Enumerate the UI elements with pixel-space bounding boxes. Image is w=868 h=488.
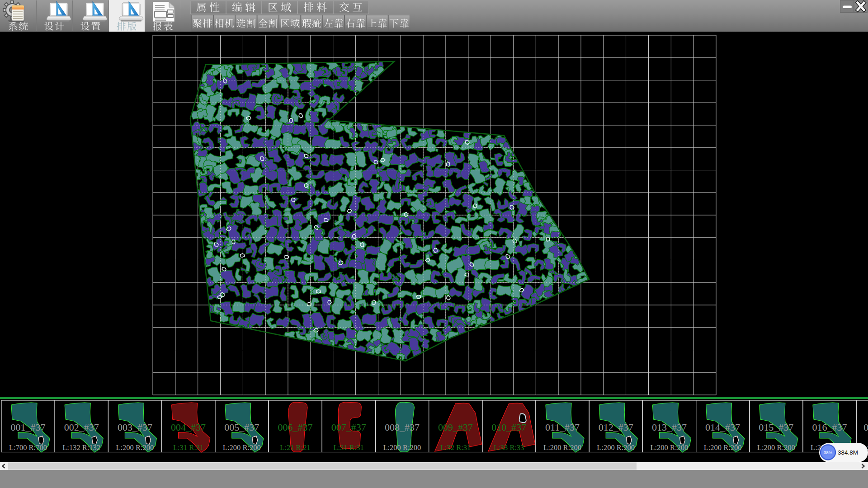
svg-text:006_#37: 006_#37 — [278, 422, 313, 433]
svg-text:L:31 R:31: L:31 R:31 — [334, 443, 364, 452]
svg-text:001_#37: 001_#37 — [11, 422, 46, 433]
svg-text:L:132 R:132: L:132 R:132 — [62, 443, 100, 452]
svg-text:L:21 R:21: L:21 R:21 — [280, 443, 310, 452]
svg-text:L:200 R:200: L:200 R:200 — [757, 443, 795, 452]
svg-text:007_#37: 007_#37 — [331, 422, 366, 433]
svg-text:004_#37: 004_#37 — [171, 422, 206, 433]
svg-text:L:200 R:200: L:200 R:200 — [383, 443, 421, 452]
svg-text:005_#37: 005_#37 — [224, 422, 259, 433]
svg-text:L:200 R:200: L:200 R:200 — [650, 443, 688, 452]
svg-text:L:32 R:31: L:32 R:31 — [440, 443, 471, 452]
svg-text:L:700 R:700: L:700 R:700 — [9, 443, 47, 452]
svg-text:011_#37: 011_#37 — [545, 422, 580, 433]
svg-text:013_#37: 013_#37 — [652, 422, 687, 433]
svg-text:008_#37: 008_#37 — [385, 422, 420, 433]
svg-text:L:200 R:200: L:200 R:200 — [597, 443, 635, 452]
svg-text:L:200 R:200: L:200 R:200 — [223, 443, 261, 452]
svg-text:010_#37: 010_#37 — [491, 422, 526, 433]
svg-text:L:31 R:31: L:31 R:31 — [173, 443, 203, 452]
svg-text:012_#37: 012_#37 — [599, 422, 633, 433]
svg-text:016_#37: 016_#37 — [812, 422, 847, 433]
svg-text:38%: 38% — [824, 450, 833, 455]
svg-text:017_#37: 017_#37 — [863, 422, 868, 433]
svg-text:L:200 R:200: L:200 R:200 — [116, 443, 154, 452]
svg-text:002_#37: 002_#37 — [64, 422, 99, 433]
svg-text:014_#37: 014_#37 — [705, 422, 740, 433]
svg-text:015_#37: 015_#37 — [759, 422, 793, 433]
svg-text:L:200 R:200: L:200 R:200 — [543, 443, 581, 452]
svg-text:L:200 R:200: L:200 R:200 — [704, 443, 742, 452]
svg-text:009_#37: 009_#37 — [438, 422, 473, 433]
svg-text:L:33 R:33: L:33 R:33 — [494, 443, 524, 452]
svg-text:384.8M: 384.8M — [838, 449, 858, 456]
svg-text:003_#37: 003_#37 — [118, 422, 152, 433]
